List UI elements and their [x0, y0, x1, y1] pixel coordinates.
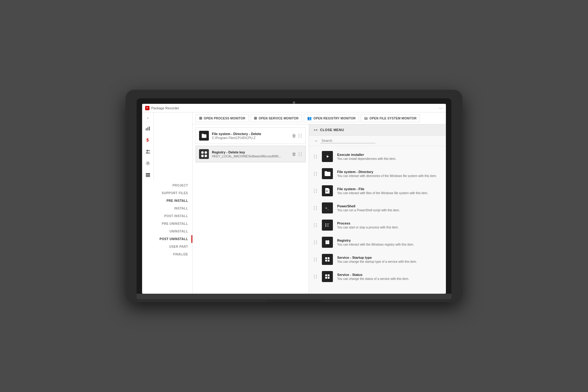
- sidebar-item-finalize[interactable]: FINALIZE: [142, 251, 192, 258]
- svg-point-24: [326, 240, 328, 243]
- step-info: Registry - Delete key HKEY_LOCAL_MACHINE…: [212, 150, 289, 158]
- sidebar-icon-col: › $: [142, 112, 154, 180]
- step-actions: 🗑: [292, 133, 302, 138]
- menu-item-file-system-directory[interactable]: File system - Directory You can interact…: [309, 165, 446, 182]
- svg-rect-13: [326, 191, 328, 192]
- sidebar-item-install[interactable]: INSTALL: [142, 205, 192, 212]
- menu-item-file-system-file[interactable]: File system - File You can interact with…: [309, 182, 446, 199]
- svg-point-6: [147, 163, 149, 164]
- sidebar-item-post-uninstall[interactable]: POST UNINSTALL: [142, 235, 192, 243]
- menu-items: Execute installer You can install depend…: [309, 146, 446, 287]
- svg-text:$: $: [146, 138, 149, 142]
- sidebar-icon-dollar[interactable]: $: [142, 134, 153, 145]
- menu-item-title: File system - File: [337, 187, 441, 191]
- open-service-monitor-button[interactable]: ⊞ OPEN SERVICE MONITOR: [251, 114, 302, 122]
- step-delete-button[interactable]: 🗑: [292, 152, 296, 156]
- svg-rect-18: [325, 225, 326, 225]
- open-process-monitor-button[interactable]: ⊞ OPEN PROCESS MONITOR: [196, 114, 249, 122]
- steps-panel: File system - Directory - Delete C:\Prog…: [193, 124, 309, 294]
- sidebar-icon-settings[interactable]: [142, 158, 153, 169]
- menu-item-desc: You can change the status of a service w…: [337, 277, 441, 281]
- main-content: ⊞ OPEN PROCESS MONITOR ⊞ OPEN SERVICE MO…: [193, 112, 446, 294]
- menu-item-process[interactable]: Process You can start or stop a process …: [309, 217, 446, 234]
- sidebar-item-pre-install[interactable]: PRE INSTALL: [142, 197, 192, 205]
- step-drag-handle[interactable]: [299, 134, 302, 138]
- sidebar-icon-users[interactable]: [142, 146, 153, 157]
- svg-rect-0: [146, 128, 147, 130]
- step-delete-button[interactable]: 🗑: [292, 133, 296, 138]
- drag-handle-icon: [314, 240, 318, 244]
- svg-text:>_: >_: [325, 206, 330, 210]
- svg-point-5: [149, 150, 150, 151]
- menu-item-desc: You can run a PowerShell script with thi…: [337, 209, 441, 212]
- menu-item-registry[interactable]: Registry You can interact with the Windo…: [309, 234, 446, 251]
- menu-item-title: Process: [337, 221, 441, 225]
- svg-rect-12: [326, 190, 328, 191]
- step-item[interactable]: File system - Directory - Delete C:\Prog…: [196, 127, 306, 144]
- drag-handle-icon: [314, 206, 318, 210]
- sidebar-item-user-part[interactable]: USER PART: [142, 243, 192, 251]
- registry-icon: [322, 237, 333, 248]
- menu-item-desc: You can install dependencies with this i…: [337, 157, 441, 160]
- menu-item-info: File system - Directory You can interact…: [337, 170, 441, 178]
- svg-point-25: [327, 240, 330, 243]
- menu-item-title: Service - Status: [337, 273, 441, 277]
- open-registry-monitor-button[interactable]: 👥 OPEN REGISTRY MONITOR: [304, 114, 359, 122]
- menu-panel: ↦ CLOSE MENU →: [309, 124, 446, 294]
- sidebar-icon-storage[interactable]: [142, 169, 153, 180]
- menu-item-info: Execute installer You can install depend…: [337, 153, 441, 160]
- svg-rect-19: [325, 226, 326, 227]
- menu-item-service-status[interactable]: Service - Status You can change the stat…: [309, 268, 446, 285]
- file-system-monitor-icon: 🗂: [364, 116, 368, 120]
- sidebar-item-support-files[interactable]: SUPPORT FILES: [142, 189, 192, 197]
- step-title: Registry - Delete key: [212, 150, 289, 154]
- menu-search-input[interactable]: [320, 138, 375, 143]
- svg-rect-36: [325, 277, 327, 279]
- service-status-icon: [322, 271, 333, 282]
- drag-handle-icon: [314, 189, 318, 193]
- sidebar-item-pre-uninstall[interactable]: PRE UNINSTALL: [142, 220, 192, 228]
- search-arrow-icon: →: [314, 138, 318, 143]
- svg-rect-20: [327, 224, 329, 224]
- step-item[interactable]: Registry - Delete key HKEY_LOCAL_MACHINE…: [196, 146, 306, 162]
- menu-item-desc: You can start or stop a process with thi…: [337, 226, 441, 229]
- menu-item-powershell[interactable]: >_ PowerShell You can run a PowerShell s…: [309, 199, 446, 217]
- svg-rect-30: [328, 257, 330, 259]
- sidebar-item-uninstall[interactable]: UNINSTALL: [142, 228, 192, 235]
- menu-item-title: PowerShell: [337, 204, 441, 208]
- menu-item-info: PowerShell You can run a PowerShell scri…: [337, 204, 441, 212]
- menu-item-info: Registry You can interact with the Windo…: [337, 239, 441, 246]
- menu-item-title: File system - Directory: [337, 170, 441, 174]
- menu-item-service-startup[interactable]: Service - Startup type You can change th…: [309, 251, 446, 268]
- step-actions: 🗑: [292, 152, 302, 156]
- svg-rect-29: [325, 257, 327, 259]
- menu-header: ↦ CLOSE MENU: [309, 124, 446, 136]
- svg-rect-35: [328, 274, 330, 276]
- menu-search: →: [309, 136, 446, 146]
- drag-handle-icon: [314, 223, 318, 227]
- app-title: Package Recorder: [151, 106, 179, 110]
- sidebar-toggle[interactable]: ›: [144, 114, 152, 122]
- svg-rect-8: [146, 175, 150, 176]
- svg-rect-32: [328, 260, 330, 262]
- app-icon: P: [145, 106, 149, 110]
- close-button[interactable]: —: [439, 106, 443, 110]
- menu-item-execute-installer[interactable]: Execute installer You can install depend…: [309, 148, 446, 165]
- svg-rect-7: [146, 173, 150, 174]
- powershell-icon: >_: [322, 202, 333, 213]
- step-drag-handle[interactable]: [299, 152, 302, 156]
- sidebar-item-project[interactable]: PROJECT: [142, 182, 192, 189]
- menu-item-desc: You can interact with the Windows regist…: [337, 243, 441, 246]
- svg-rect-1: [147, 127, 148, 130]
- sidebar-item-post-install[interactable]: POST INSTALL: [142, 212, 192, 220]
- titlebar: P Package Recorder —: [142, 104, 446, 112]
- sidebar-icon-chart[interactable]: [142, 123, 153, 134]
- svg-rect-22: [327, 226, 329, 227]
- menu-item-title: Service - Startup type: [337, 256, 441, 259]
- menu-item-info: Service - Status You can change the stat…: [337, 273, 441, 281]
- process-monitor-icon: ⊞: [199, 116, 202, 120]
- close-menu-icon: ↦: [314, 127, 318, 132]
- open-file-system-monitor-button[interactable]: 🗂 OPEN FILE SYSTEM MONITOR: [361, 114, 420, 122]
- drag-handle-icon: [314, 155, 318, 159]
- drag-handle-icon: [314, 172, 318, 176]
